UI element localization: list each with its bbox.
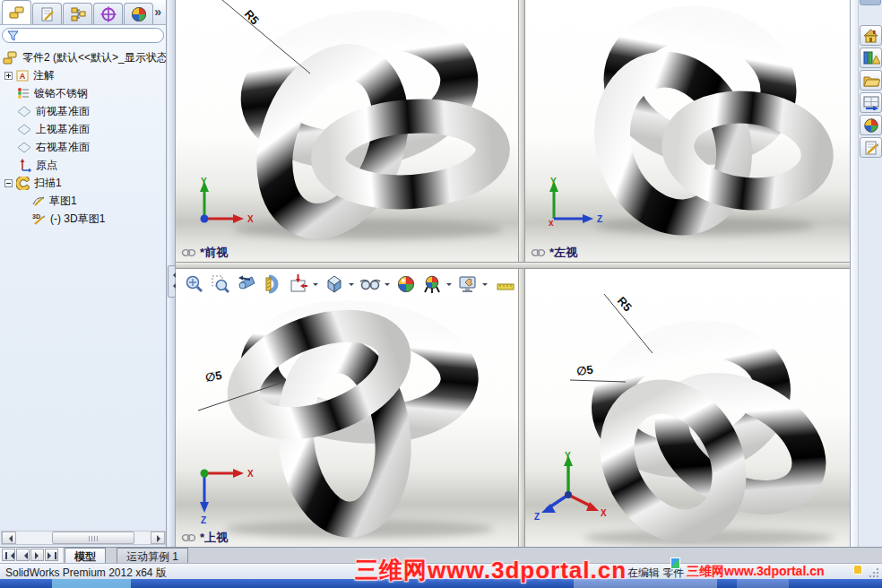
scroll-right-button[interactable] [151,532,165,544]
tree-item-origin[interactable]: 原点 [0,156,166,174]
home-icon [862,28,879,43]
view-settings-icon[interactable] [456,272,480,296]
tab-propertymanager[interactable] [32,3,62,24]
apply-scene-dropdown[interactable] [446,283,452,289]
task-pane-scrollbar[interactable] [851,0,859,547]
view-settings-dropdown[interactable] [482,283,488,289]
viewport-trimetric[interactable]: R5 ∅5 Y X Z [525,269,850,547]
sweep-feature-icon [16,177,30,190]
ruler-icon[interactable] [497,281,514,295]
tree-item-material[interactable]: 镀铬不锈钢 [0,84,166,102]
configurationmanager-icon [69,6,87,22]
view-palette-icon [862,95,880,110]
task-pane [850,0,882,547]
solidworks-window: » 零件2 (默认<<默认>_显示状态 [0,0,882,588]
svg-text:Y: Y [565,451,571,461]
section-view-icon[interactable] [261,272,284,296]
svg-text:Z: Z [597,214,602,224]
previous-view-icon[interactable] [235,272,258,296]
tab-dimxpertmanager[interactable] [93,3,123,24]
expand-minus-icon[interactable] [4,179,13,187]
display-style-icon[interactable] [323,272,346,296]
resize-grip[interactable] [869,566,880,578]
hide-show-items-dropdown[interactable] [385,283,390,289]
expand-plus-icon[interactable] [4,72,13,80]
view-palette-button[interactable] [860,92,882,113]
edit-appearance-icon[interactable] [394,272,418,296]
svg-text:X: X [601,508,607,518]
tab-displaymanager[interactable] [124,3,153,24]
viewport-vertical-splitter[interactable] [518,0,525,547]
file-explorer-button[interactable] [860,70,882,91]
appearances-scenes-button[interactable] [860,115,882,135]
task-pane-partial-icon [860,0,881,5]
svg-text:Y: Y [201,177,207,186]
view-orientation-dropdown[interactable] [313,283,318,289]
tree-item-sweep1[interactable]: 扫描1 [0,174,166,192]
zoom-to-area-icon[interactable] [209,272,232,296]
folder-icon [862,74,880,88]
tree-item-right-plane[interactable]: 右视基准面 [0,138,166,156]
scroll-thumb[interactable] [52,532,134,544]
tree-item-annotations[interactable]: A 注解 [0,66,166,84]
first-tab-button[interactable] [2,549,15,561]
next-tab-button[interactable] [30,549,44,561]
tree-item-top-plane[interactable]: 上视基准面 [0,120,166,138]
tab-configurationmanager[interactable] [63,3,92,24]
svg-text:X: X [247,214,254,224]
viewport-label-left: *左视 [531,245,577,261]
svg-text:Y: Y [550,177,557,186]
tab-featuremanager-design-tree[interactable] [2,0,31,24]
dimxpertmanager-icon [99,6,117,22]
panel-collapse-handle[interactable] [168,265,176,298]
design-library-icon [862,50,880,65]
displaymanager-icon [130,6,148,22]
watermark-logo-icon [670,558,680,569]
heads-up-view-toolbar [183,271,489,298]
custom-properties-button[interactable] [860,137,882,158]
watermark-lock-icon [853,565,862,575]
view-orientation-icon[interactable] [287,272,310,296]
taskbar-item[interactable] [52,579,131,588]
plane-icon [17,106,31,117]
viewport-front[interactable]: R5 Y X *前视 [176,0,518,262]
sketch-3d-icon: 3D [31,212,46,226]
last-tab-button[interactable] [45,549,58,561]
viewport-left[interactable]: Y Z x *左视 [525,0,850,262]
tab-motion-study[interactable]: 运动算例 1 [117,548,188,563]
svg-text:A: A [20,72,26,81]
svg-text:x: x [549,218,554,228]
scroll-left-button[interactable] [2,532,16,544]
propertymanager-icon [39,6,56,22]
dimension-diameter[interactable]: ∅5 [575,363,593,378]
tree-filter [2,28,164,43]
taskbar-item[interactable] [737,579,789,588]
tree-item-part[interactable]: 零件2 (默认<<默认>_显示状态 [0,48,166,66]
svg-text:X: X [247,469,254,479]
viewport-label-front: *前视 [181,245,228,261]
apply-scene-icon[interactable] [420,272,444,296]
tree-item-sketch1[interactable]: 草图1 [0,192,166,210]
svg-text:Z: Z [201,515,206,525]
display-style-dropdown[interactable] [349,283,354,289]
tree-item-3dsketch1[interactable]: 3D (-) 3D草图1 [0,210,166,228]
viewport-horizontal-splitter[interactable] [176,262,850,269]
tab-model[interactable]: 模型 [65,548,106,563]
top-triad: X Z [188,459,260,529]
tree-item-front-plane[interactable]: 前视基准面 [0,102,166,120]
hide-show-items-icon[interactable] [359,272,382,296]
viewport-top[interactable]: ∅5 [176,269,518,547]
design-library-button[interactable] [860,48,882,68]
linked-views-icon [181,533,196,542]
zoom-to-fit-icon[interactable] [183,272,206,296]
watermark-text-small: 三维网www.3dportal.cn [687,564,825,580]
feature-tree: 零件2 (默认<<默认>_显示状态 A 注解 [0,45,166,529]
dimension-diameter[interactable]: ∅5 [204,368,223,385]
filter-input[interactable] [22,30,159,41]
tab-overflow-chevron[interactable]: » [154,4,164,24]
solidworks-resources-button[interactable] [860,25,882,46]
previous-tab-button[interactable] [16,549,30,561]
scroll-track[interactable] [16,532,151,544]
tree-horizontal-scrollbar[interactable] [1,531,166,545]
dimension-radius[interactable]: R5 [242,7,262,27]
